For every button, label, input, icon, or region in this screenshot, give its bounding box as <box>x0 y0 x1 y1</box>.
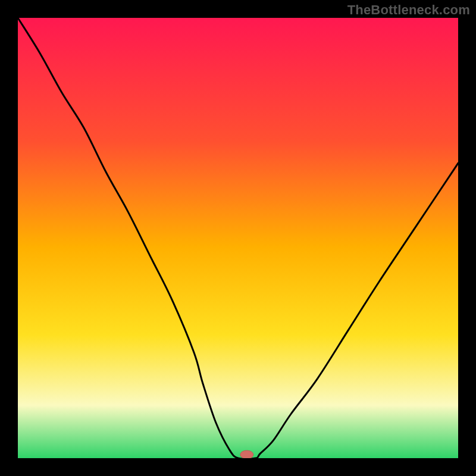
gradient-background <box>18 18 458 458</box>
watermark-text: TheBottleneck.com <box>347 2 470 18</box>
optimal-point-marker <box>240 450 253 458</box>
plot-area <box>18 18 458 458</box>
plot-svg <box>18 18 458 458</box>
chart-frame: TheBottleneck.com <box>0 0 476 476</box>
